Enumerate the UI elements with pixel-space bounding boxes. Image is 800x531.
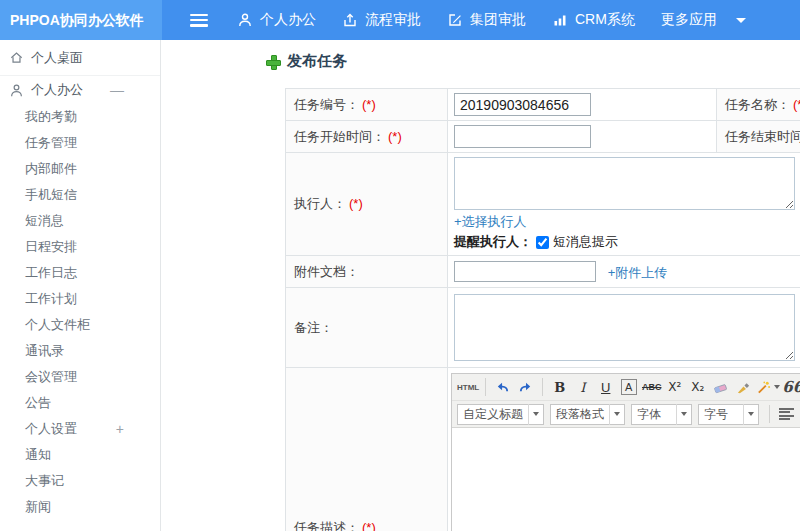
choose-executor-link[interactable]: +选择执行人 [454,213,800,231]
strikethrough-button[interactable]: ABC [641,377,662,398]
description-label: 任务描述：(*) [286,368,448,531]
sidebar: 个人桌面 个人办公 — 我的考勤 任务管理 内部邮件 手机短信 短消息 日程安排… [0,40,161,531]
sidebar-item-sms[interactable]: 手机短信 [0,182,160,208]
align-left-button[interactable] [779,408,794,420]
collapse-icon[interactable]: — [110,82,124,98]
sidebar-item-attendance[interactable]: 我的考勤 [0,104,160,130]
nav-label: 更多应用 [661,11,717,29]
font-family-dropdown[interactable]: 字体 [631,404,692,425]
paragraph-format-dropdown[interactable]: 段落格式 [550,404,625,425]
main-content: 发布任务 任务编号：(*) 任务名称：(*) 任务开始时间：( [162,40,800,531]
sidebar-item-announcement[interactable]: 公告 [0,390,160,416]
subscript-button[interactable]: X₂ [687,377,708,398]
attachment-label: 附件文档： [286,256,448,288]
sidebar-item-personal-office[interactable]: 个人办公 — [0,76,160,104]
person-icon [9,83,24,98]
sidebar-item-short-message[interactable]: 短消息 [0,208,160,234]
top-bar: PHPOA协同办公软件 个人办公 流程审批 集团审批 CRM系统 [0,0,800,40]
undo-button[interactable] [492,377,513,398]
remove-format-button[interactable] [710,377,731,398]
magic-wand-icon [756,380,771,395]
sidebar-item-desktop[interactable]: 个人桌面 [0,40,160,76]
format-painter-button[interactable] [733,377,754,398]
hamburger-menu-icon[interactable] [190,14,208,27]
caret-down-icon [676,404,691,425]
sms-remind-option: 短消息提示 [553,233,618,251]
caret-down-icon [774,385,780,389]
attachment-input[interactable] [454,261,596,282]
executor-label: 执行人：(*) [286,153,448,256]
sidebar-item-work-log[interactable]: 工作日志 [0,260,160,286]
brush-icon [736,380,751,395]
italic-button[interactable]: I [572,377,593,398]
blockquote-button[interactable]: 66 [782,377,800,398]
home-icon [9,50,24,65]
nav-label: 流程审批 [365,11,421,29]
autoformat-button[interactable] [756,377,780,398]
underline-button[interactable]: U [595,377,616,398]
caret-down-icon [528,404,543,425]
task-no-input[interactable] [454,93,591,116]
sidebar-item-label: 个人桌面 [31,49,83,67]
flow-approval-icon [342,12,358,28]
undo-icon [495,380,510,395]
sidebar-item-schedule[interactable]: 日程安排 [0,234,160,260]
task-no-label: 任务编号：(*) [286,89,448,121]
nav-label: 个人办公 [260,11,316,29]
html-source-button[interactable]: HTML [457,377,479,398]
sms-remind-checkbox[interactable] [536,236,549,249]
person-icon [237,12,253,28]
remark-label: 备注： [286,288,448,368]
sidebar-item-notice[interactable]: 通知 [0,442,160,468]
editor-content-area[interactable] [452,428,800,531]
sidebar-item-file-cabinet[interactable]: 个人文件柜 [0,312,160,338]
nav-more-apps[interactable]: 更多应用 [648,0,759,40]
add-plus-icon [265,54,280,69]
task-form: 任务编号：(*) 任务名称：(*) 任务开始时间：(*) [285,88,800,531]
superscript-button[interactable]: X² [664,377,685,398]
sidebar-item-personal-settings[interactable]: 个人设置 + [0,416,160,442]
app-logo: PHPOA协同办公软件 [0,0,162,40]
sidebar-item-label: 个人办公 [31,81,83,99]
caret-down-icon [609,404,624,425]
sidebar-item-internal-mail[interactable]: 内部邮件 [0,156,160,182]
redo-button[interactable] [515,377,536,398]
sidebar-item-meeting-management[interactable]: 会议管理 [0,364,160,390]
bar-chart-icon [552,12,568,28]
sidebar-item-memorabilia[interactable]: 大事记 [0,468,160,494]
sidebar-item-task-management[interactable]: 任务管理 [0,130,160,156]
executor-textarea[interactable] [454,157,795,210]
edit-icon [447,12,463,28]
editor-toolbar-row2: 自定义标题 段落格式 字体 [452,401,800,428]
page-title: 发布任务 [265,52,347,71]
end-time-label: 任务结束时间：(*) [717,121,800,153]
start-time-label: 任务开始时间：(*) [286,121,448,153]
redo-icon [518,380,533,395]
heading-dropdown[interactable]: 自定义标题 [457,404,544,425]
nav-group-approval[interactable]: 集团审批 [434,0,539,40]
editor-toolbar-row1: HTML [452,374,800,401]
font-style-button[interactable]: A [618,377,639,398]
start-time-input[interactable] [454,125,591,148]
expand-icon[interactable]: + [116,421,124,437]
attachment-upload-link[interactable]: +附件上传 [608,265,668,280]
rich-text-editor: HTML [451,373,800,531]
caret-down-icon [736,18,746,23]
page-title-text: 发布任务 [287,52,347,71]
eraser-icon [713,380,728,395]
nav-label: CRM系统 [575,11,635,29]
bold-button[interactable]: B [549,377,570,398]
remind-executor-label: 提醒执行人： [454,233,532,251]
task-name-label: 任务名称：(*) [717,89,800,121]
remark-textarea[interactable] [454,294,795,361]
sidebar-item-work-plan[interactable]: 工作计划 [0,286,160,312]
nav-crm-system[interactable]: CRM系统 [539,0,648,40]
top-nav: 个人办公 流程审批 集团审批 CRM系统 更多应用 [224,0,759,40]
font-size-dropdown[interactable]: 字号 [698,404,759,425]
nav-personal-office[interactable]: 个人办公 [224,0,329,40]
sidebar-item-news[interactable]: 新闻 [0,494,160,520]
caret-down-icon [743,404,758,425]
sidebar-item-contacts[interactable]: 通讯录 [0,338,160,364]
nav-label: 集团审批 [470,11,526,29]
nav-process-approval[interactable]: 流程审批 [329,0,434,40]
